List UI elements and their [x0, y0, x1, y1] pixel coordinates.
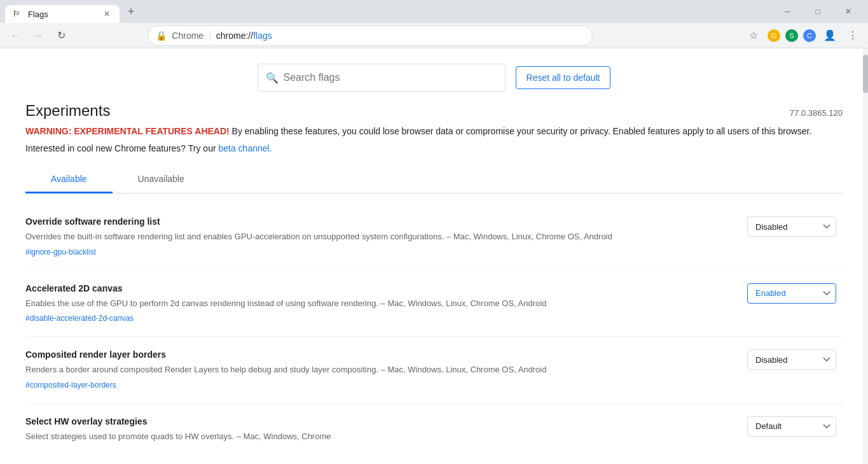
flag-desc: Overrides the built-in software renderin…	[25, 230, 734, 243]
tab-favicon: 🏳	[13, 9, 23, 19]
maximize-button[interactable]: □	[803, 1, 832, 22]
flag-info: Accelerated 2D canvas Enables the use of…	[25, 283, 734, 324]
flag-item: Override software rendering list Overrid…	[25, 204, 843, 271]
warning-text: WARNING: EXPERIMENTAL FEATURES AHEAD! By…	[25, 125, 843, 138]
flag-link[interactable]: #disable-accelerated-2d-canvas	[25, 314, 134, 323]
toolbar-icons: ☆ G S C 👤 ⋮	[743, 25, 863, 46]
search-icon: 🔍	[266, 72, 279, 84]
address-url: chrome://flags	[216, 31, 272, 41]
flag-desc: Select strategies used to promote quads …	[25, 430, 734, 443]
page-content: 🔍 Reset all to default Experiments 77.0.…	[0, 48, 868, 464]
flag-control: Default Enabled Disabled	[747, 349, 843, 370]
menu-icon[interactable]: ⋮	[843, 25, 863, 46]
minimize-button[interactable]: ─	[773, 1, 802, 22]
new-tab-button[interactable]: +	[122, 3, 140, 20]
extension-icon-2[interactable]: S	[785, 29, 798, 42]
user-icon[interactable]: 👤	[820, 25, 840, 46]
flag-item: Select HW overlay strategies Select stra…	[25, 404, 843, 451]
extension-icon-1[interactable]: G	[768, 29, 780, 42]
flag-name: Override software rendering list	[25, 216, 734, 227]
navigation-bar: ← → ↻ 🔒 Chrome | chrome://flags ☆ G S C …	[0, 23, 868, 48]
flag-desc: Enables the use of the GPU to perform 2d…	[25, 297, 734, 310]
beta-prefix: Interested in cool new Chrome features? …	[25, 143, 218, 153]
extension-icon-3[interactable]: C	[803, 29, 816, 42]
chrome-label: Chrome	[172, 31, 203, 41]
search-input[interactable]	[284, 72, 497, 83]
address-bar[interactable]: 🔒 Chrome | chrome://flags	[148, 25, 593, 46]
tab-unavailable[interactable]: Unavailable	[113, 166, 210, 193]
search-container: 🔍 Reset all to default	[25, 48, 843, 102]
flag-select[interactable]: Default Enabled Disabled	[747, 216, 836, 237]
flag-link[interactable]: #composited-layer-borders	[25, 381, 116, 390]
url-path: flags	[253, 31, 272, 41]
search-bar: 🔍	[258, 64, 506, 92]
flag-name: Composited render layer borders	[25, 349, 734, 360]
window-controls: ─ □ ✕	[773, 1, 863, 22]
flag-select[interactable]: Default Enabled Disabled	[747, 283, 836, 304]
tabs-container: Available Unavailable	[25, 166, 843, 193]
active-tab[interactable]: 🏳 Flags ✕	[5, 5, 120, 23]
title-bar: 🏳 Flags ✕ + ─ □ ✕	[0, 0, 868, 23]
flag-control: Default Enabled Disabled	[747, 216, 843, 237]
back-button[interactable]: ←	[5, 25, 25, 46]
experiments-title: Experiments	[25, 102, 110, 120]
warning-label: WARNING: EXPERIMENTAL FEATURES AHEAD!	[25, 126, 230, 136]
experiments-header: Experiments 77.0.3865.120	[25, 102, 843, 120]
flag-select[interactable]: Default Enabled Disabled	[747, 416, 836, 437]
experiments-section: Experiments 77.0.3865.120 WARNING: EXPER…	[25, 102, 843, 464]
flag-info: Override software rendering list Overrid…	[25, 216, 734, 257]
flag-item: Accelerated 2D canvas Enables the use of…	[25, 271, 843, 337]
flag-link[interactable]: #ignore-gpu-blacklist	[25, 248, 96, 257]
flag-item: Composited render layer borders Renders …	[25, 337, 843, 404]
reset-all-button[interactable]: Reset all to default	[516, 66, 611, 89]
forward-button[interactable]: →	[28, 25, 48, 46]
scrollbar-thumb[interactable]	[863, 55, 868, 93]
flag-select[interactable]: Default Enabled Disabled	[747, 349, 836, 370]
main-content: 🔍 Reset all to default Experiments 77.0.…	[0, 48, 868, 464]
beta-channel-link[interactable]: beta channel.	[218, 143, 272, 153]
flag-info: Select HW overlay strategies Select stra…	[25, 416, 734, 446]
version-text: 77.0.3865.120	[790, 108, 843, 118]
beta-text: Interested in cool new Chrome features? …	[25, 143, 843, 153]
close-button[interactable]: ✕	[834, 1, 863, 22]
refresh-button[interactable]: ↻	[51, 25, 71, 46]
bookmark-icon[interactable]: ☆	[743, 25, 764, 46]
tab-title: Flags	[28, 10, 97, 19]
flag-info: Composited render layer borders Renders …	[25, 349, 734, 390]
flag-control: Default Enabled Disabled	[747, 283, 843, 304]
tab-close-button[interactable]: ✕	[102, 9, 112, 19]
flag-control: Default Enabled Disabled	[747, 416, 843, 437]
flag-desc: Renders a border around composited Rende…	[25, 363, 734, 376]
security-icon: 🔒	[156, 31, 167, 41]
flag-name: Accelerated 2D canvas	[25, 283, 734, 293]
warning-body: By enabling these features, you could lo…	[230, 126, 812, 136]
flag-name: Select HW overlay strategies	[25, 416, 734, 426]
scrollbar[interactable]	[863, 48, 868, 464]
address-separator: |	[209, 31, 211, 41]
tab-available[interactable]: Available	[25, 166, 113, 193]
flags-list: Override software rendering list Overrid…	[25, 193, 843, 460]
